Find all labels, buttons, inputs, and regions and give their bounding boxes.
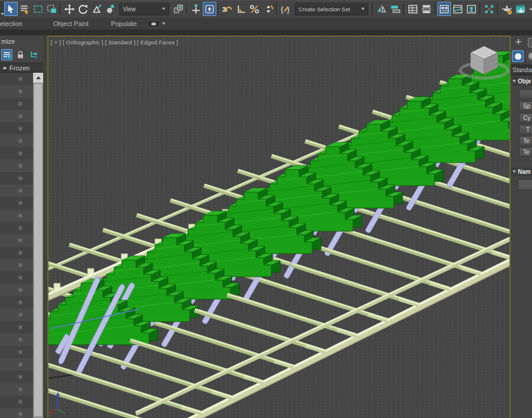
explorer-frozen-row[interactable] [0, 371, 33, 383]
viewport-label[interactable]: [ + ] [ Orthographic ] [ Standard ] [ Ed… [51, 39, 178, 46]
explorer-frozen-row[interactable] [0, 184, 33, 197]
object-button-sphere[interactable]: Sp [519, 101, 532, 111]
explorer-frozen-row[interactable] [0, 383, 33, 396]
modify-tab-partial[interactable] [528, 38, 532, 47]
frozen-snowflake-icon [17, 398, 24, 405]
frozen-snowflake-icon [17, 274, 24, 281]
explorer-frozen-row[interactable] [0, 147, 33, 160]
toggle-layer-explorer-button[interactable] [420, 2, 433, 16]
select-object-button[interactable] [4, 2, 18, 16]
frozen-snowflake-icon [17, 150, 24, 157]
explorer-frozen-row[interactable] [0, 110, 33, 122]
explorer-frozen-row[interactable] [0, 73, 33, 85]
explorer-frozen-row[interactable] [0, 408, 33, 418]
frozen-snowflake-icon [17, 386, 24, 393]
align-button[interactable] [388, 2, 402, 16]
explorer-frozen-row[interactable] [0, 160, 33, 172]
keyboard-up-arrow-icon [204, 4, 215, 15]
explorer-scrollbar[interactable] [33, 73, 43, 418]
reference-coordinate-system-dropdown[interactable]: View [119, 3, 169, 15]
material-editor-button[interactable] [482, 2, 496, 16]
explorer-frozen-row[interactable] [0, 222, 33, 234]
explorer-frozen-row[interactable] [0, 358, 33, 371]
explorer-frozen-row[interactable] [0, 197, 33, 209]
explorer-frozen-row[interactable] [0, 396, 33, 408]
frozen-snowflake-icon [17, 324, 24, 330]
render-production-button[interactable] [527, 2, 532, 16]
explorer-frozen-row[interactable] [0, 309, 33, 321]
create-selection-set-dropdown[interactable]: Create Selection Set [295, 3, 368, 15]
object-button-textplus[interactable]: Te [519, 147, 532, 157]
angle-snap-button[interactable] [234, 2, 248, 16]
geometry-category-button[interactable] [512, 50, 524, 62]
curve-editor-button[interactable] [451, 2, 465, 16]
use-pivot-point-center-button[interactable] [171, 2, 185, 16]
object-button-torus[interactable]: T [519, 125, 532, 134]
dashed-rect-icon [33, 4, 44, 15]
select-and-manipulate-button[interactable] [189, 2, 203, 16]
frozen-snowflake-icon [17, 225, 24, 231]
table-icon [407, 4, 419, 15]
explorer-frozen-row[interactable] [0, 346, 33, 358]
explorer-frozen-row[interactable] [0, 85, 33, 98]
snaps-toggle-button[interactable]: 3 [220, 2, 234, 16]
display-toggle-button[interactable] [1, 49, 12, 60]
frozen-column-header[interactable]: Frozen [0, 63, 47, 73]
explorer-frozen-row[interactable] [0, 98, 33, 110]
select-and-rotate-button[interactable] [76, 2, 90, 16]
edit-named-selection-sets-button[interactable]: {} [279, 2, 293, 16]
schematic-view-button[interactable] [465, 2, 478, 16]
explorer-frozen-row[interactable] [0, 172, 33, 184]
select-by-name-button[interactable] [18, 2, 31, 16]
explorer-frozen-row[interactable] [0, 321, 33, 333]
rectangular-selection-region-button[interactable] [31, 2, 45, 16]
frozen-snowflake-icon [17, 312, 24, 318]
create-tab[interactable]: + [513, 37, 524, 47]
shapes-category-button[interactable] [526, 50, 532, 62]
render-setup-button[interactable] [500, 2, 514, 16]
angle-snap-icon [235, 4, 246, 15]
object-button-teapot[interactable]: Te [519, 136, 532, 145]
lock-cell-editing-button[interactable] [15, 49, 26, 60]
explorer-frozen-row[interactable] [0, 333, 33, 346]
select-and-move-button[interactable] [63, 2, 76, 16]
keyboard-shortcut-override-button[interactable] [203, 2, 216, 16]
tab-populate[interactable]: Populate [111, 20, 137, 27]
object-type-rollout[interactable]: Obje [511, 77, 532, 86]
explorer-frozen-row[interactable] [0, 259, 33, 271]
ribbon-display-toggle[interactable] [147, 20, 166, 28]
hierarchy-toggle-button[interactable] [28, 49, 40, 60]
object-button-cylinder[interactable]: Cy [519, 113, 532, 122]
primitives-dropdown[interactable]: Standar [511, 64, 532, 76]
object-name-field[interactable] [518, 179, 532, 190]
rollout-caret-icon [512, 80, 516, 83]
toggle-scene-explorer-button[interactable] [406, 2, 420, 16]
braces-icon: {} [280, 4, 291, 15]
flyout-partial-icon[interactable] [0, 1, 4, 17]
explorer-frozen-row[interactable] [0, 296, 33, 309]
create-selection-set-label: Create Selection Set [299, 6, 350, 12]
name-color-rollout[interactable]: Nam [511, 167, 532, 176]
select-and-scale-button[interactable] [90, 2, 103, 16]
toggle-ribbon-button[interactable] [437, 2, 451, 16]
scroll-up-button[interactable] [33, 73, 43, 83]
object-button-box[interactable] [519, 89, 532, 99]
explorer-frozen-row[interactable] [0, 284, 33, 296]
tab-object-paint[interactable]: Object Paint [53, 20, 89, 27]
mirror-button[interactable] [375, 2, 388, 16]
percent-snap-button[interactable] [248, 2, 261, 16]
tab-selection[interactable]: election [0, 20, 22, 27]
window-crossing-toggle-button[interactable] [45, 2, 59, 16]
explorer-frozen-row[interactable] [0, 234, 33, 247]
rendered-frame-window-button[interactable] [514, 2, 527, 16]
primitives-dropdown-label: Standar [512, 67, 532, 73]
explorer-frozen-row[interactable] [0, 271, 33, 284]
explorer-frozen-row[interactable] [0, 209, 33, 222]
spinner-snap-button[interactable] [261, 2, 275, 16]
scrollbar-thumb[interactable] [34, 83, 43, 417]
move-arrows-icon [64, 4, 75, 15]
explorer-frozen-row[interactable] [0, 135, 33, 147]
select-and-place-button[interactable] [103, 2, 117, 16]
explorer-frozen-row[interactable] [0, 122, 33, 135]
explorer-frozen-row[interactable] [0, 247, 33, 259]
